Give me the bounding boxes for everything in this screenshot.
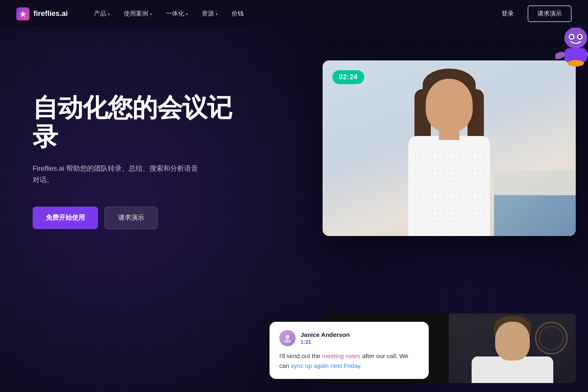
chevron-down-icon: ▾ <box>186 12 188 16</box>
nav-item-integration[interactable]: 一体化 ▾ <box>160 7 194 21</box>
cta-secondary-button[interactable]: 请求演示 <box>105 207 158 229</box>
svg-point-4 <box>564 27 587 49</box>
svg-point-16 <box>284 339 291 343</box>
avatar <box>279 330 296 346</box>
transcript-card: Janice Anderson 1:21 I'll send out the m… <box>270 322 429 379</box>
navbar: fireflies.ai 产品 ▾ 使用案例 ▾ 一体化 ▾ 资源 ▾ 价钱 登… <box>0 0 588 28</box>
hero-section: 自动化您的会议记录 Fireflies.ai 帮助您的团队转录、总结、搜索和分析… <box>0 28 588 392</box>
hero-buttons: 免费开始使用 请求演示 <box>33 207 237 229</box>
cta-primary-button[interactable]: 免费开始使用 <box>33 207 98 229</box>
hero-right: 02:24 Janice Anderson 1:21 I'll send out… <box>278 36 588 391</box>
transcript-name: Janice Anderson <box>301 331 350 338</box>
nav-right: 登录 请求演示 <box>492 5 572 22</box>
login-button[interactable]: 登录 <box>492 6 523 21</box>
svg-point-9 <box>572 36 573 37</box>
logo-icon <box>16 7 29 20</box>
video-main-card: 02:24 <box>323 60 576 236</box>
person-figure <box>392 65 506 236</box>
highlight-meeting-notes: meeting notes <box>322 352 361 359</box>
nav-item-products[interactable]: 产品 ▾ <box>88 7 116 21</box>
man-figure <box>449 314 576 383</box>
logo-link[interactable]: fireflies.ai <box>16 7 68 20</box>
timer-badge: 02:24 <box>332 70 364 84</box>
robot-mascot <box>555 24 588 70</box>
nav-menu: 产品 ▾ 使用案例 ▾ 一体化 ▾ 资源 ▾ 价钱 <box>88 7 492 21</box>
hero-title: 自动化您的会议记录 <box>33 93 237 151</box>
chevron-down-icon: ▾ <box>216 12 218 16</box>
svg-point-12 <box>555 51 566 61</box>
nav-item-pricing[interactable]: 价钱 <box>226 7 249 21</box>
nav-item-usecases[interactable]: 使用案例 ▾ <box>118 7 158 21</box>
svg-point-10 <box>580 36 581 37</box>
video-background <box>323 60 576 236</box>
nav-item-resources[interactable]: 资源 ▾ <box>196 7 223 21</box>
chevron-down-icon: ▾ <box>150 12 152 16</box>
man-video-panel <box>449 314 576 383</box>
hero-subtitle: Fireflies.ai 帮助您的团队转录、总结、搜索和分析语音对话。 <box>33 163 204 187</box>
brand-name: fireflies.ai <box>33 9 68 18</box>
demo-nav-button[interactable]: 请求演示 <box>528 5 572 22</box>
chevron-down-icon: ▾ <box>108 12 110 16</box>
hero-left: 自动化您的会议记录 Fireflies.ai 帮助您的团队转录、总结、搜索和分析… <box>33 69 237 229</box>
highlight-sync-up: sync up again next Friday. <box>291 362 362 369</box>
svg-point-14 <box>568 60 584 67</box>
transcript-user-info: Janice Anderson 1:21 <box>301 331 350 345</box>
transcript-timestamp: 1:21 <box>301 339 350 345</box>
transcript-body: I'll send out the meeting notes after ou… <box>279 351 419 371</box>
transcript-header: Janice Anderson 1:21 <box>279 330 419 346</box>
svg-point-15 <box>285 335 290 339</box>
